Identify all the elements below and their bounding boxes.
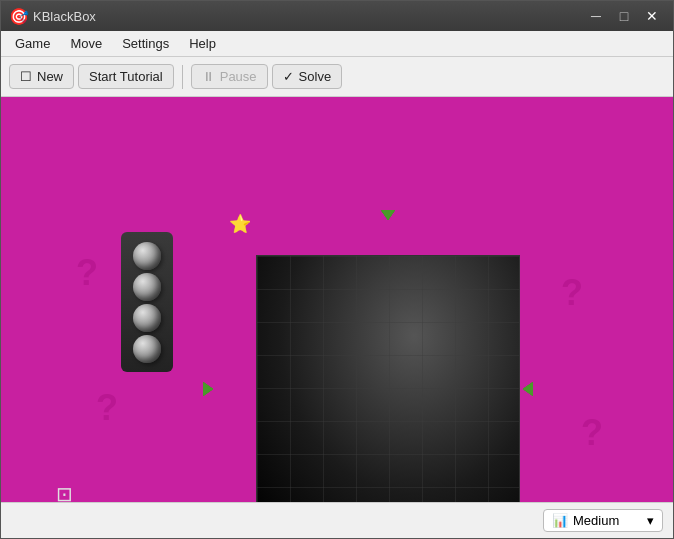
q-mark-2: ? — [96, 387, 118, 429]
menu-settings[interactable]: Settings — [112, 34, 179, 53]
titlebar: 🎯 KBlackBox ─ □ ✕ — [1, 1, 673, 31]
grid-lines — [257, 256, 519, 502]
maximize-button[interactable]: □ — [611, 6, 637, 26]
menu-move[interactable]: Move — [60, 34, 112, 53]
ball-panel — [121, 232, 173, 372]
toolbar: ☐ New Start Tutorial ⏸ Pause ✓ Solve — [1, 57, 673, 97]
start-tutorial-label: Start Tutorial — [89, 69, 163, 84]
ball-4 — [133, 335, 161, 363]
cursor-icon: ⊡ — [56, 482, 73, 502]
difficulty-label: 📊 Medium — [552, 513, 619, 528]
new-label: New — [37, 69, 63, 84]
titlebar-controls: ─ □ ✕ — [583, 6, 665, 26]
close-button[interactable]: ✕ — [639, 6, 665, 26]
ball-2 — [133, 273, 161, 301]
q-mark-5: ? — [581, 412, 603, 454]
minimize-button[interactable]: ─ — [583, 6, 609, 26]
chevron-down-icon: ▾ — [647, 513, 654, 528]
pause-icon: ⏸ — [202, 69, 215, 84]
solve-icon: ✓ — [283, 69, 294, 84]
pause-label: Pause — [220, 69, 257, 84]
bar-chart-icon: 📊 — [552, 513, 568, 528]
toolbar-separator — [182, 65, 183, 89]
sparkle-icon: ⭐ — [229, 213, 251, 235]
q-mark-1: ? — [76, 252, 98, 294]
new-icon: ☐ — [20, 69, 32, 84]
ball-3 — [133, 304, 161, 332]
solve-label: Solve — [299, 69, 332, 84]
titlebar-left: 🎯 KBlackBox — [9, 7, 96, 25]
solve-button[interactable]: ✓ Solve — [272, 64, 343, 89]
left-arrow-8[interactable] — [203, 382, 213, 396]
menu-game[interactable]: Game — [5, 34, 60, 53]
top-arrow-8[interactable] — [381, 210, 395, 220]
new-button[interactable]: ☐ New — [9, 64, 74, 89]
right-arrow-8[interactable] — [523, 382, 533, 396]
main-window: 🎯 KBlackBox ─ □ ✕ Game Move Settings Hel… — [0, 0, 674, 539]
q-mark-4: ? — [561, 272, 583, 314]
ball-1 — [133, 242, 161, 270]
menubar: Game Move Settings Help — [1, 31, 673, 57]
window-title: KBlackBox — [33, 9, 96, 24]
pause-button[interactable]: ⏸ Pause — [191, 64, 268, 89]
app-icon: 🎯 — [9, 7, 27, 25]
difficulty-value: Medium — [573, 513, 619, 528]
menu-help[interactable]: Help — [179, 34, 226, 53]
game-area: ? ? ? ? ? ? ⭐ ⊡ — [1, 97, 673, 502]
difficulty-dropdown[interactable]: 📊 Medium ▾ — [543, 509, 663, 532]
black-box[interactable] — [256, 255, 520, 502]
start-tutorial-button[interactable]: Start Tutorial — [78, 64, 174, 89]
statusbar: 📊 Medium ▾ — [1, 502, 673, 538]
